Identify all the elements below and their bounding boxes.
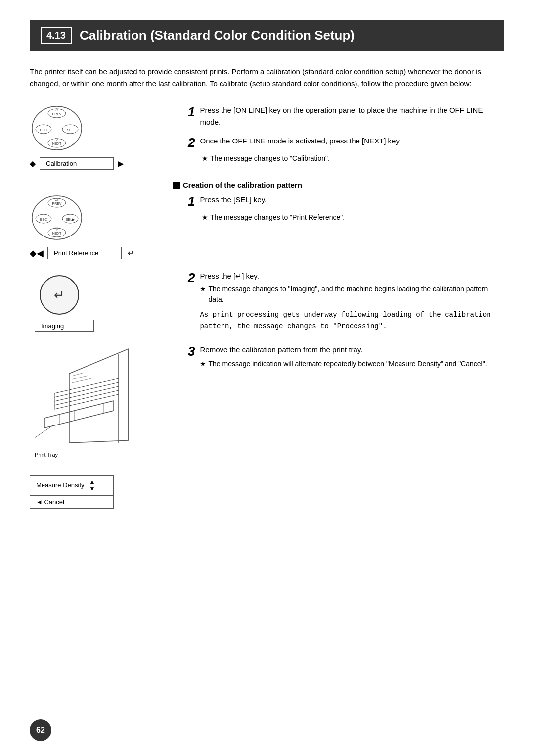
calibration-section-title: Creation of the calibration pattern xyxy=(183,181,302,189)
cal-step-1-number: 1 xyxy=(188,194,195,209)
svg-line-26 xyxy=(69,440,129,443)
cal-step-2-note2: As print processing gets underway follow… xyxy=(200,309,504,332)
svg-line-44 xyxy=(72,376,88,379)
keypad-illustration: PREV △ ESC SEL NEXT ▽ ◆ Cal xyxy=(30,104,173,172)
density-cancel-display: Measure Density ▲ ▼ ◄ Cancel xyxy=(30,475,114,509)
cal-step-2-note1: The message changes to "Imaging", and th… xyxy=(208,284,504,305)
page-number: 62 xyxy=(30,719,51,741)
svg-text:ESC: ESC xyxy=(40,218,47,221)
cal-step-1-right: 1 Press the [SEL] key. ★ The message cha… xyxy=(188,194,504,223)
enter-key-illustration: ↵ xyxy=(40,275,79,315)
cal-step-3-note: The message indication will alternate re… xyxy=(208,359,487,369)
main-steps-text: 1 Press the [ON LINE] key on the operati… xyxy=(188,104,504,164)
svg-text:NEXT: NEXT xyxy=(52,142,62,145)
print-tray-svg xyxy=(30,344,153,468)
up-arrow-icon: ▲ xyxy=(89,478,95,485)
svg-text:NEXT: NEXT xyxy=(52,232,62,235)
svg-text:SEL: SEL xyxy=(67,128,73,132)
cal-step-3-right: 3 Remove the calibration pattern from th… xyxy=(188,344,504,369)
star-symbol-4: ★ xyxy=(200,359,206,369)
keypad-svg: PREV △ ESC SEL NEXT ▽ xyxy=(30,104,84,151)
svg-text:▽: ▽ xyxy=(55,227,59,231)
step-2-note: The message changes to "Calibration". xyxy=(210,153,330,164)
section-number: 4.13 xyxy=(41,27,72,44)
section-header: 4.13 Calibration (Standard Color Conditi… xyxy=(30,20,504,51)
svg-line-24 xyxy=(69,349,129,374)
cancel-lcd: ◄ Cancel xyxy=(30,495,114,509)
print-reference-lcd: Print Reference xyxy=(47,247,122,259)
measure-density-lcd: Measure Density ▲ ▼ xyxy=(30,475,114,495)
cal-step-3-block: Print Tray Measure Density ▲ ▼ ◄ Cancel … xyxy=(30,344,504,509)
enter-arrow-icon: ↵ xyxy=(128,248,134,258)
svg-line-36 xyxy=(44,411,114,428)
main-steps-block: PREV △ ESC SEL NEXT ▽ ◆ Cal xyxy=(30,104,504,172)
imaging-lcd: Imaging xyxy=(35,320,94,332)
star-symbol-2: ★ xyxy=(202,212,208,223)
cal-step-2-number: 2 xyxy=(188,270,195,285)
calibration-section-header: Creation of the calibration pattern xyxy=(173,181,504,189)
svg-line-29 xyxy=(54,382,119,397)
svg-line-45 xyxy=(72,378,91,383)
section-title: Calibration (Standard Color Condition Se… xyxy=(80,28,355,43)
svg-line-31 xyxy=(54,390,119,405)
svg-text:▽: ▽ xyxy=(55,137,59,142)
svg-line-30 xyxy=(54,386,119,401)
cal-step-1-note: The message changes to "Print Reference"… xyxy=(210,212,345,223)
step-1-text: Press the [ON LINE] key on the operation… xyxy=(200,104,504,128)
print-tray-label: Print Tray xyxy=(35,452,58,458)
svg-text:△: △ xyxy=(55,197,59,201)
cal-step-1-text: Press the [SEL] key. xyxy=(200,194,267,206)
cal-step-1-block: PREV △ ESC SEL▶ NEXT ▽ ◆◀ Print Referenc… xyxy=(30,194,504,261)
cal-step-2-left: ↵ Imaging xyxy=(30,270,173,332)
enter-key-icon: ↵ xyxy=(54,287,65,303)
calibration-display-row: ◆ Calibration ▶ xyxy=(30,157,124,170)
star-symbol-3: ★ xyxy=(200,284,206,305)
print-ref-display-row: ◆◀ Print Reference ↵ xyxy=(30,247,134,259)
intro-paragraph: The printer itself can be adjusted to pr… xyxy=(30,66,504,90)
svg-text:SEL▶: SEL▶ xyxy=(66,218,75,221)
down-arrow-icon: ▼ xyxy=(89,485,95,492)
svg-line-28 xyxy=(54,378,119,393)
calibration-lcd: Calibration xyxy=(40,157,114,170)
cal-step-2-right: 2 Press the [↵] key. ★ The message chang… xyxy=(188,270,504,335)
left-arrow-icon: ◆ xyxy=(30,159,36,168)
svg-text:△: △ xyxy=(55,107,59,112)
svg-line-43 xyxy=(72,373,84,376)
star-symbol-1: ★ xyxy=(202,153,208,164)
black-square-icon xyxy=(173,182,180,189)
cal-step-3-number: 3 xyxy=(188,344,195,359)
svg-text:ESC: ESC xyxy=(40,128,47,132)
cal-step-1-left: PREV △ ESC SEL▶ NEXT ▽ ◆◀ Print Referenc… xyxy=(30,194,173,261)
cal-step-2-block: ↵ Imaging 2 Press the [↵] key. ★ The mes… xyxy=(30,270,504,335)
right-arrow-icon: ▶ xyxy=(118,159,124,168)
cal-step-3-text: Remove the calibration pattern from the … xyxy=(200,344,487,356)
print-tray-illustration: Print Tray xyxy=(30,344,158,472)
cal-step-3-left: Print Tray Measure Density ▲ ▼ ◄ Cancel xyxy=(30,344,173,509)
step-2-number: 2 xyxy=(188,135,195,150)
svg-text:PREV: PREV xyxy=(52,202,61,205)
step-1-number: 1 xyxy=(188,104,195,120)
step-2-text: Once the OFF LINE mode is activated, pre… xyxy=(200,135,401,147)
keypad-svg-2: PREV △ ESC SEL▶ NEXT ▽ xyxy=(30,194,84,241)
cal-step-2-text: Press the [↵] key. xyxy=(200,270,504,282)
svg-text:PREV: PREV xyxy=(52,112,61,116)
double-arrow-icon: ◆◀ xyxy=(30,248,44,259)
